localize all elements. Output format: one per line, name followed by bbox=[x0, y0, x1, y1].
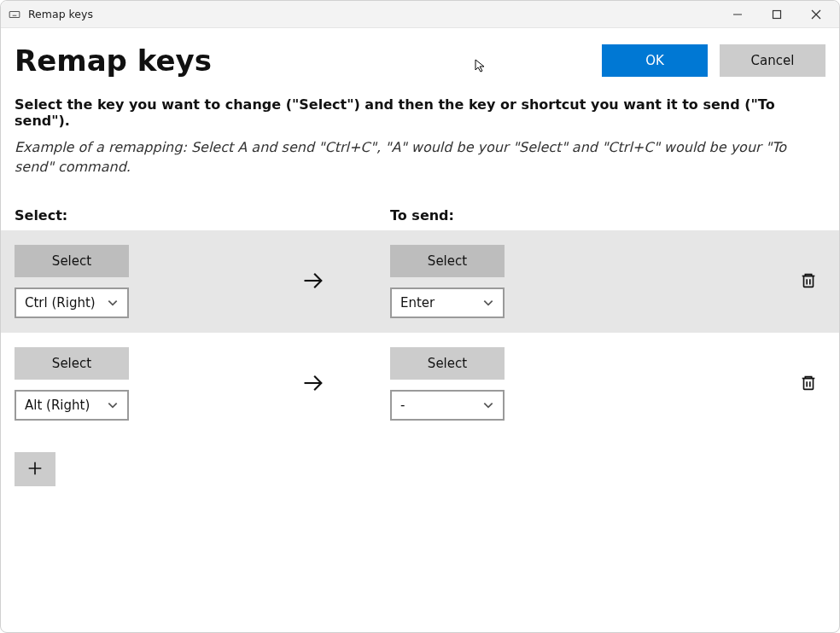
combo-value: Alt (Right) bbox=[25, 398, 90, 413]
select-key-combo[interactable]: Ctrl (Right) bbox=[15, 287, 129, 318]
combo-value: Enter bbox=[400, 295, 435, 311]
delete-row-button[interactable] bbox=[791, 367, 825, 401]
arrow-right-icon bbox=[301, 371, 325, 398]
svg-rect-0 bbox=[9, 11, 20, 17]
remap-row: Select Alt (Right) Select - bbox=[1, 333, 839, 435]
column-header-select: Select: bbox=[15, 207, 390, 224]
remap-rows: Select Ctrl (Right) Select Enter bbox=[1, 230, 839, 435]
add-row-button[interactable] bbox=[15, 452, 55, 486]
trash-icon bbox=[799, 271, 818, 293]
maximize-button[interactable] bbox=[757, 1, 796, 28]
minimize-button[interactable] bbox=[718, 1, 757, 28]
description-heading: Select the key you want to change ("Sele… bbox=[15, 96, 825, 129]
combo-value: - bbox=[400, 398, 405, 413]
svg-rect-7 bbox=[773, 10, 781, 18]
chevron-down-icon bbox=[107, 399, 119, 411]
to-send-key-combo[interactable]: - bbox=[390, 390, 505, 421]
chevron-down-icon bbox=[482, 297, 494, 309]
svg-rect-11 bbox=[804, 276, 814, 287]
header-row: Remap keys OK Cancel bbox=[1, 28, 839, 81]
chevron-down-icon bbox=[107, 297, 119, 309]
column-header-to-send: To send: bbox=[390, 207, 825, 224]
trash-icon bbox=[799, 374, 818, 395]
cancel-button[interactable]: Cancel bbox=[720, 44, 825, 77]
description-example: Example of a remapping: Select A and sen… bbox=[15, 137, 825, 177]
arrow-right-icon bbox=[301, 269, 325, 295]
remap-row: Select Ctrl (Right) Select Enter bbox=[1, 230, 839, 333]
select-key-button[interactable]: Select bbox=[15, 245, 129, 277]
plus-icon bbox=[26, 459, 44, 480]
close-button[interactable] bbox=[796, 1, 836, 28]
delete-row-button[interactable] bbox=[791, 264, 825, 299]
to-send-key-button[interactable]: Select bbox=[390, 347, 505, 380]
to-send-key-combo[interactable]: Enter bbox=[390, 287, 505, 318]
ok-button[interactable]: OK bbox=[602, 44, 708, 77]
svg-rect-15 bbox=[804, 378, 814, 389]
page-title: Remap keys bbox=[15, 44, 212, 78]
select-key-button[interactable]: Select bbox=[15, 347, 129, 380]
select-key-combo[interactable]: Alt (Right) bbox=[15, 390, 129, 421]
keyboard-icon bbox=[8, 8, 21, 21]
chevron-down-icon bbox=[482, 399, 494, 411]
to-send-key-button[interactable]: Select bbox=[390, 245, 505, 277]
window-title: Remap keys bbox=[28, 8, 93, 20]
titlebar: Remap keys bbox=[1, 1, 839, 28]
combo-value: Ctrl (Right) bbox=[25, 295, 96, 311]
